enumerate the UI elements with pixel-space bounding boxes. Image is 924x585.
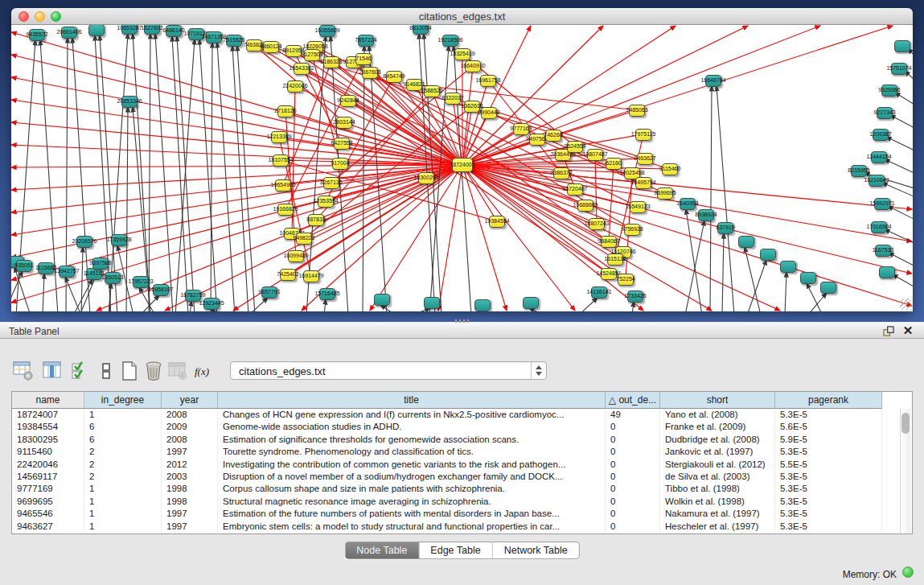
network-node[interactable]: 15720407 — [567, 183, 583, 196]
table-row[interactable]: 1872400712008Changes of HCN gene express… — [12, 409, 882, 421]
network-node[interactable] — [424, 297, 440, 309]
network-node[interactable]: 637919 — [717, 222, 733, 234]
network-node[interactable]: 1350513 — [105, 272, 121, 284]
window-titlebar[interactable]: citations_edges.txt — [11, 8, 913, 25]
network-node[interactable]: 887833 — [308, 214, 324, 226]
network-node[interactable]: 10688609 — [577, 200, 593, 212]
network-node[interactable]: 9227343 — [877, 107, 893, 119]
column-header-short[interactable]: short — [660, 392, 775, 409]
network-node[interactable]: 16914479 — [303, 270, 319, 282]
network-node[interactable]: 1145191 — [86, 268, 102, 280]
network-node[interactable]: 18807243 — [589, 218, 605, 230]
network-node[interactable]: 13942757 — [59, 266, 75, 278]
network-node[interactable] — [800, 272, 816, 284]
column-visibility-icon[interactable] — [42, 360, 63, 381]
new-file-icon[interactable] — [119, 360, 140, 381]
network-node[interactable]: 9329966 — [881, 84, 897, 97]
table-row[interactable]: 977716911998Corpus callosum shape and si… — [12, 483, 882, 495]
network-node[interactable]: 1588520 — [424, 85, 440, 97]
network-node[interactable]: 62160 — [606, 158, 622, 170]
network-node[interactable]: 9146821 — [406, 79, 422, 91]
network-node[interactable] — [780, 261, 796, 273]
float-panel-icon[interactable] — [883, 326, 895, 336]
column-header-title[interactable]: title — [218, 392, 606, 409]
delete-icon[interactable] — [143, 360, 164, 381]
network-node[interactable]: 71546 — [355, 53, 372, 65]
network-node[interactable] — [474, 299, 491, 311]
table-options-icon[interactable] — [13, 360, 34, 381]
table-row[interactable]: 946362711997Embryonic stem cells: a mode… — [12, 521, 882, 533]
network-node[interactable] — [820, 282, 836, 294]
network-node[interactable]: 12444154 — [871, 151, 887, 163]
network-node[interactable]: 6466140 — [166, 25, 182, 37]
network-node[interactable] — [894, 40, 910, 52]
network-node[interactable]: 18300295 — [418, 172, 434, 184]
table-row[interactable]: 969969511998Structural magnetic resonanc… — [12, 496, 882, 508]
table-row[interactable]: 911546021997Tourette syndrome. Phenomeno… — [12, 446, 882, 458]
network-node[interactable]: 746266 — [545, 130, 561, 142]
network-node[interactable]: 9857791 — [261, 286, 277, 299]
network-node[interactable]: 16640910 — [465, 60, 481, 72]
network-node[interactable]: 18495794 — [635, 177, 651, 189]
delete-table-icon[interactable] — [167, 360, 188, 381]
select-rows-icon[interactable] — [71, 360, 92, 381]
close-panel-icon[interactable]: ✕ — [902, 325, 914, 336]
network-node[interactable]: 17016504 — [871, 221, 887, 233]
network-node[interactable]: 8938924 — [698, 209, 714, 221]
network-node[interactable]: 10807487 — [587, 149, 603, 161]
network-node[interactable]: 12923445 — [203, 298, 220, 310]
network-node[interactable]: 12213389 — [271, 131, 287, 143]
network-node[interactable]: 16099489 — [288, 250, 304, 262]
table-row[interactable]: 2242004622012Investigating the contribut… — [12, 459, 882, 471]
network-node[interactable]: 16055809 — [319, 25, 335, 37]
network-node[interactable]: 13325419 — [454, 48, 470, 60]
column-header-pagerank[interactable]: pagerank — [775, 392, 882, 409]
network-node[interactable]: 19384554 — [489, 216, 505, 228]
network-node[interactable]: 15992971 — [874, 198, 890, 210]
column-header-year[interactable]: year — [162, 392, 218, 409]
network-node[interactable]: 17975115 — [635, 129, 651, 141]
tab-network-table[interactable]: Network Table — [493, 542, 579, 558]
network-node[interactable]: 8322037 — [445, 93, 461, 105]
network-node[interactable]: 16543382 — [294, 63, 310, 75]
network-node[interactable]: 9756928 — [624, 224, 640, 236]
network-node[interactable]: 9397588 — [92, 257, 109, 270]
network-node[interactable]: 1615132 — [607, 253, 623, 266]
network-canvas[interactable]: 9435572206914061065328715276026466140107… — [11, 25, 913, 311]
network-node[interactable]: 7515526 — [226, 35, 242, 47]
tab-edge-table[interactable]: Edge Table — [419, 542, 492, 558]
network-node[interactable]: 17957223 — [133, 276, 149, 288]
column-header-out_degree[interactable]: △ out_de... — [606, 392, 660, 409]
network-node[interactable]: 9884067 — [601, 236, 617, 248]
table-row[interactable]: 1830029562008Estimation of significance … — [12, 434, 882, 446]
network-node[interactable]: 19654985 — [275, 179, 291, 192]
network-node[interactable]: 1167533 — [875, 245, 891, 257]
network-node[interactable]: 8813054 — [413, 25, 429, 35]
table-row[interactable]: 946554611997Estimation of the future num… — [12, 508, 882, 520]
network-node[interactable]: 8454749 — [386, 71, 402, 83]
function-builder-icon[interactable]: f(x) — [193, 360, 214, 381]
network-node[interactable]: 8427552 — [334, 138, 350, 150]
network-node[interactable]: 8912954 — [285, 45, 302, 57]
network-node[interactable]: 1640954 — [680, 198, 696, 210]
memory-status-icon[interactable] — [902, 566, 914, 578]
network-node[interactable]: 15716485 — [319, 288, 335, 300]
network-node[interactable]: 9777169 — [513, 123, 529, 135]
network-node[interactable]: 12353594 — [318, 196, 334, 208]
network-node[interactable] — [760, 249, 776, 261]
network-node[interactable]: 9463627 — [637, 153, 653, 165]
network-node[interactable]: 10653287 — [121, 25, 138, 35]
network-node[interactable]: 18107554 — [273, 154, 289, 167]
network-node[interactable]: 8215955 — [851, 165, 867, 177]
network-node[interactable]: 8860124 — [263, 41, 279, 53]
network-node[interactable]: 8186328 — [323, 56, 339, 68]
network-node[interactable]: 7857224 — [358, 35, 374, 47]
network-node[interactable]: 1527602 — [144, 25, 160, 35]
network-node[interactable]: 7485063 — [629, 105, 645, 117]
network-node[interactable]: 1115682 — [38, 262, 54, 274]
table-row[interactable]: 1456911722003Disruption of a novel membe… — [12, 471, 882, 483]
network-node[interactable]: 14136141 — [591, 286, 607, 299]
network-node[interactable]: 20691406 — [61, 27, 77, 39]
network-node[interactable]: 9127503 — [304, 49, 320, 61]
network-node[interactable]: 14671358 — [206, 31, 222, 43]
